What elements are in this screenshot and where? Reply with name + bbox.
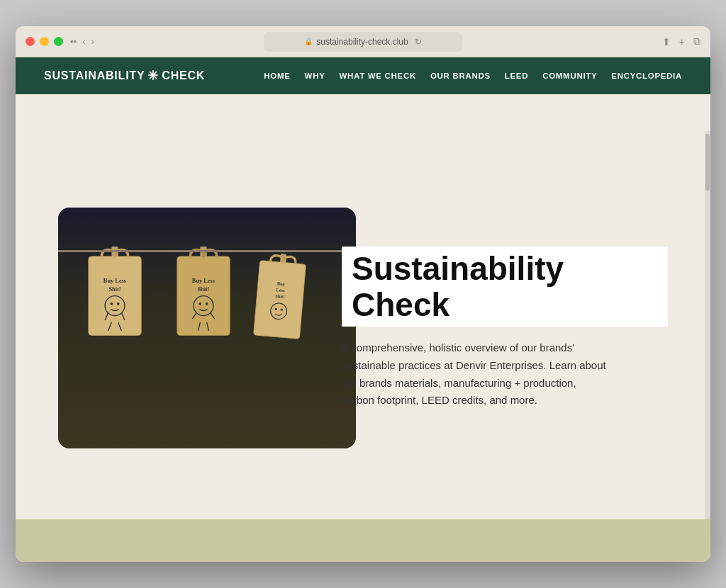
address-bar[interactable]: 🔒 sustainability-check.club ↻ [264,32,462,52]
title-bar: ▪▪ ‹ › 🔒 sustainability-check.club ↻ ⬆ +… [16,26,710,57]
hero-title-box: Sustainability Check [342,247,668,327]
tote-bag-1: Buy Less Shit! [79,247,150,339]
mac-window: ▪▪ ‹ › 🔒 sustainability-check.club ↻ ⬆ +… [16,26,710,562]
refresh-icon[interactable]: ↻ [415,37,422,47]
svg-text:Shit!: Shit! [197,286,209,293]
svg-text:Less: Less [276,287,285,293]
svg-point-4 [111,303,113,305]
logo-asterisk: ✳ [147,68,159,84]
nav-links: HOME WHY WHAT WE CHECK OUR BRANDS LEED C… [264,72,682,80]
svg-text:Buy Less: Buy Less [192,278,216,284]
minimize-button[interactable] [40,37,49,46]
nav-leed[interactable]: LEED [505,72,528,80]
navbar: SUSTAINABILITY ✳ CHECK HOME WHY WHAT WE … [16,57,710,94]
maximize-button[interactable] [54,37,63,46]
bottom-strip [16,519,710,562]
svg-point-14 [199,303,202,305]
nav-encyclopedia[interactable]: ENCYCLOPEDIA [611,72,682,80]
website: SUSTAINABILITY ✳ CHECK HOME WHY WHAT WE … [16,57,710,562]
hero-title: Sustainability Check [352,251,658,322]
tote-bag-2: Buy Less Shit! [168,247,239,339]
nav-what-we-check[interactable]: WHAT WE CHECK [340,72,416,80]
logo-text-sustainability: SUSTAINABILITY [44,69,145,82]
svg-text:Shit!: Shit! [108,286,121,293]
sidebar-toggle-icon[interactable]: ▪▪ [70,36,77,47]
svg-point-15 [206,303,208,305]
hero-section: Buy Less Shit! [16,94,710,519]
scrollbar-thumb[interactable] [705,134,710,191]
tote-scene: Buy Less Shit! [58,208,356,448]
nav-controls: ▪▪ ‹ › [70,36,94,47]
site-logo[interactable]: SUSTAINABILITY ✳ CHECK [44,68,205,84]
svg-text:Buy Less: Buy Less [104,278,127,284]
svg-text:Shit!: Shit! [275,293,285,299]
nav-home[interactable]: HOME [264,72,290,80]
new-tab-icon[interactable]: + [679,36,685,47]
share-icon[interactable]: ⬆ [662,36,671,47]
back-icon[interactable]: ‹ [82,36,85,47]
nav-why[interactable]: WHY [305,72,325,80]
scrollbar[interactable] [705,131,710,519]
url-text: sustainability-check.club [316,37,408,47]
hero-text: Sustainability Check A comprehensive, ho… [342,247,668,409]
logo-text-check: CHECK [162,69,205,82]
title-bar-right: ⬆ + ⧉ [662,35,700,47]
rope-line [58,250,356,252]
hero-image: Buy Less Shit! [58,208,356,448]
hero-description: A comprehensive, holistic overview of ou… [342,339,611,409]
nav-our-brands[interactable]: OUR BRANDS [430,72,491,80]
svg-point-5 [117,303,120,305]
forward-icon[interactable]: › [91,36,94,47]
traffic-lights [26,37,63,46]
tabs-icon[interactable]: ⧉ [693,35,700,47]
close-button[interactable] [26,37,35,46]
nav-community[interactable]: COMMUNITY [542,72,597,80]
tote-bag-3: Buy Less Shit! [245,251,313,349]
lock-icon: 🔒 [304,38,313,45]
svg-text:Buy: Buy [277,281,286,286]
